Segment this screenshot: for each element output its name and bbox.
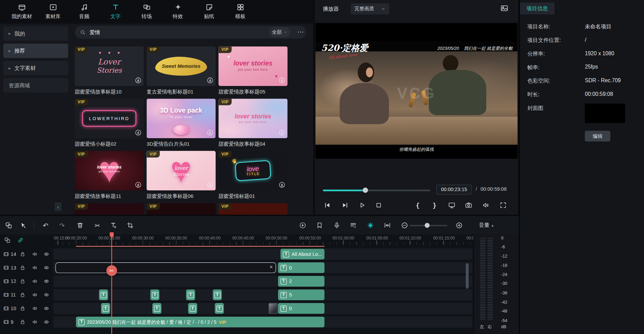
add-text-button[interactable]	[109, 221, 119, 230]
mute-track-icon[interactable]	[32, 265, 38, 271]
edit-cover-button[interactable]: 编辑	[585, 131, 610, 141]
link-clips-icon[interactable]	[17, 237, 24, 243]
mute-track-icon[interactable]	[32, 319, 38, 325]
template-card[interactable]: VIP	[218, 203, 288, 215]
beat-detection-button[interactable]	[366, 221, 375, 230]
download-icon[interactable]	[278, 77, 285, 84]
ruler-minor-ticks[interactable]	[53, 242, 472, 245]
show-track-icon[interactable]	[44, 278, 49, 284]
template-thumbnail[interactable]: VIP	[218, 203, 288, 215]
template-thumbnail[interactable]: VIP ♥ ♥ ♥ Lover Stories	[75, 46, 144, 86]
template-thumbnail[interactable]: VIP lover stories put your text here	[218, 99, 288, 138]
display-device-button[interactable]	[447, 201, 457, 210]
text-clip[interactable]: T0	[278, 262, 324, 273]
undo-button[interactable]: ↶	[41, 221, 50, 230]
snapshot-gallery-icon[interactable]	[500, 4, 508, 12]
template-card[interactable]: VIP ♥ lover stories put your text here ♥…	[218, 46, 288, 95]
mark-in-button[interactable]: {	[413, 201, 423, 210]
crop-button[interactable]	[126, 221, 135, 230]
sidebar-item-text-assets[interactable]: ▸文字素材	[3, 61, 68, 75]
stop-button[interactable]	[374, 201, 383, 210]
text-clip-mini[interactable]: T	[213, 290, 222, 300]
render-preview-button[interactable]	[298, 221, 307, 230]
collapse-sidebar-button[interactable]: ‹	[55, 202, 61, 212]
download-icon[interactable]	[278, 181, 285, 188]
image-clip[interactable]	[269, 303, 278, 314]
text-clip-mini[interactable]: T	[150, 290, 159, 300]
next-frame-button[interactable]	[340, 201, 350, 210]
show-track-icon[interactable]	[44, 306, 49, 311]
sidebar-item-mine[interactable]: ▸我的	[3, 26, 68, 41]
track-lane[interactable]	[53, 248, 472, 260]
split-at-playhead-button[interactable]: ✂	[106, 265, 117, 276]
redo-button[interactable]: ↷	[58, 221, 67, 230]
template-card[interactable]: VIP	[75, 203, 144, 215]
text-clip-mini[interactable]: T	[186, 290, 195, 300]
lock-track-icon[interactable]	[20, 251, 26, 257]
download-icon[interactable]	[206, 129, 213, 136]
lock-track-icon[interactable]	[20, 306, 26, 311]
show-track-icon[interactable]	[44, 319, 49, 325]
preview-stage[interactable]: VCG 520·定格爱 All about love 2023/05/20我们在…	[316, 23, 518, 159]
track-lane[interactable]	[53, 289, 472, 301]
text-clip-mini[interactable]: T	[99, 290, 108, 300]
template-thumbnail[interactable]: VIP Sweet Memories	[147, 46, 216, 86]
speech-to-text-button[interactable]	[349, 221, 358, 230]
manage-tracks-button[interactable]	[4, 221, 13, 230]
lock-track-icon[interactable]	[20, 265, 26, 271]
download-icon[interactable]	[206, 181, 213, 188]
text-clip[interactable]: T2023/05/20 我们在一起 就是爱的全貌 / 爱 / 格 / 定 / ·…	[76, 317, 324, 327]
nav-my-media[interactable]: 我的素材	[8, 1, 35, 22]
lock-track-icon[interactable]	[20, 278, 26, 284]
text-clip-mini[interactable]: T	[188, 303, 197, 314]
nav-text[interactable]: 文字	[102, 1, 129, 22]
template-thumbnail[interactable]: 3D Love pack To your lover	[147, 99, 216, 138]
nav-transitions[interactable]: 转场	[133, 1, 160, 22]
more-options-button[interactable]: ⋯	[295, 26, 306, 38]
sidebar-item-recommended[interactable]: ▸推荐	[3, 44, 68, 58]
template-card[interactable]: VIP Sweet Memories 复古爱情电影标题01	[147, 46, 216, 95]
template-thumbnail[interactable]: VIP	[147, 203, 216, 215]
close-icon[interactable]: ×	[270, 264, 273, 270]
delete-button[interactable]	[76, 221, 85, 230]
text-clip[interactable]: T0	[278, 303, 324, 314]
mark-out-button[interactable]: }	[430, 201, 439, 210]
adjust-tracks-icon[interactable]	[4, 237, 11, 243]
mute-button[interactable]	[481, 201, 491, 210]
template-card[interactable]: VIP lover stories put your text here 甜蜜爱…	[218, 99, 288, 147]
filter-dropdown[interactable]: 全部	[269, 27, 291, 38]
template-card[interactable]: VIP LOWERTHIRD 甜蜜爱情小标题02	[75, 99, 144, 147]
text-clip[interactable]: T5	[278, 290, 324, 300]
template-card[interactable]: VIP ♥ lover storiesput your text here 甜蜜…	[75, 151, 144, 200]
voiceover-button[interactable]	[332, 221, 341, 230]
text-clip-mini[interactable]: T	[152, 303, 162, 314]
sidebar-item-resource-store[interactable]: 资源商城	[3, 78, 68, 92]
show-track-icon[interactable]	[44, 251, 49, 257]
download-icon[interactable]	[278, 129, 285, 136]
nav-audio[interactable]: 音频	[71, 1, 98, 22]
template-card[interactable]: VIP ♥ loverStories 甜蜜爱情故事标题06	[147, 151, 216, 200]
cover-image-thumbnail[interactable]	[585, 104, 625, 123]
template-thumbnail[interactable]: VIP LOWERTHIRD	[75, 99, 144, 138]
snapshot-button[interactable]	[464, 201, 473, 210]
template-card[interactable]: VIP ♛ love TITLE 甜蜜爱情标题01	[218, 151, 288, 200]
template-thumbnail[interactable]: VIP ♥ loverStories	[147, 151, 216, 190]
mute-track-icon[interactable]	[32, 278, 38, 284]
quality-dropdown[interactable]: 完整画质	[351, 3, 389, 15]
template-thumbnail[interactable]: VIP	[75, 203, 144, 215]
volume-panel-toggle[interactable]: 音量▴	[479, 222, 493, 229]
show-track-icon[interactable]	[44, 265, 49, 271]
tab-project-info[interactable]: 项目信息	[520, 2, 554, 14]
text-clip-mini[interactable]: T	[215, 303, 224, 314]
download-icon[interactable]	[135, 181, 141, 188]
split-button[interactable]: ✂	[93, 221, 102, 230]
nav-stickers[interactable]: 贴纸	[196, 1, 223, 22]
download-icon[interactable]	[135, 77, 141, 84]
template-thumbnail[interactable]: VIP ♥ lover stories put your text here ♥	[218, 46, 288, 86]
zoom-slider-handle[interactable]	[425, 223, 429, 228]
previous-frame-button[interactable]	[323, 201, 332, 210]
track-size-button[interactable]	[383, 221, 392, 230]
text-clip[interactable]: T2	[278, 276, 324, 287]
progress-handle[interactable]	[363, 188, 368, 193]
mute-track-icon[interactable]	[32, 251, 38, 257]
